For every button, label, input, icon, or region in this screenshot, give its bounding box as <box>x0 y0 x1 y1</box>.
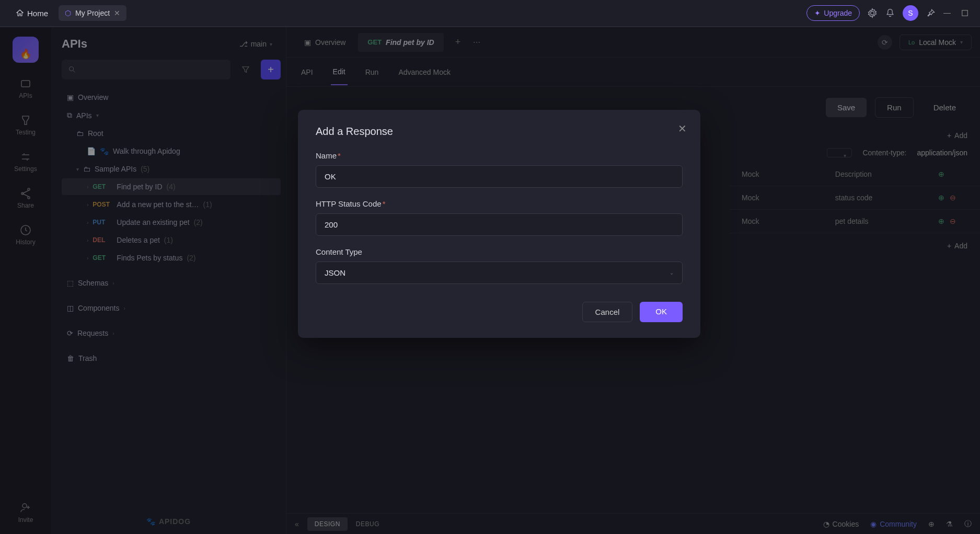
sparkle-icon: ✦ <box>814 9 821 17</box>
home-icon <box>16 9 24 17</box>
content-type-label: Content Type <box>316 247 683 256</box>
cancel-button[interactable]: Cancel <box>582 302 633 322</box>
hexagon-icon: ⬡ <box>65 9 71 17</box>
svg-rect-0 <box>962 10 968 16</box>
settings-icon[interactable] <box>867 8 878 18</box>
maximize-icon[interactable] <box>960 8 970 18</box>
content-type-select[interactable]: JSON ⌄ <box>316 262 683 284</box>
upgrade-button[interactable]: ✦ Upgrade <box>806 5 860 21</box>
name-input[interactable] <box>316 165 683 188</box>
avatar[interactable]: S <box>903 5 918 21</box>
ok-button[interactable]: OK <box>640 302 683 322</box>
status-input[interactable] <box>316 213 683 236</box>
project-tab[interactable]: ⬡ My Project ✕ <box>59 5 126 21</box>
modal-title: Add a Response <box>316 126 683 138</box>
close-tab-icon[interactable]: ✕ <box>114 9 120 17</box>
pin-icon[interactable] <box>926 8 936 18</box>
close-modal-button[interactable]: ✕ <box>678 122 687 135</box>
home-button[interactable]: Home <box>10 6 53 21</box>
minimize-icon[interactable]: — <box>943 8 953 18</box>
bell-icon[interactable] <box>885 8 895 18</box>
chevron-down-icon: ⌄ <box>670 270 674 276</box>
name-label: Name* <box>316 151 683 160</box>
titlebar: Home ⬡ My Project ✕ ✦ Upgrade S — <box>0 0 980 27</box>
status-label: HTTP Status Code* <box>316 199 683 208</box>
add-response-modal: Add a Response ✕ Name* HTTP Status Code*… <box>298 110 700 338</box>
